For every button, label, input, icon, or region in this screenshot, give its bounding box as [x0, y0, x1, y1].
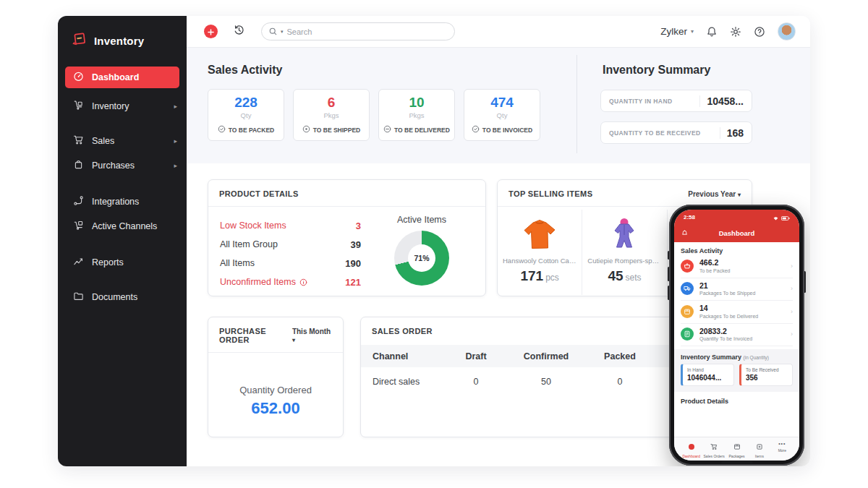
divider: [208, 352, 343, 353]
quantity-to-be-received-row[interactable]: QUANTITY TO BE RECEIVED 168: [600, 121, 752, 144]
phone-inventory-summary: Inventory Summary (in Quantity) In Hand …: [674, 349, 799, 392]
top-selling-title: TOP SELLING ITEMS: [509, 189, 592, 198]
quantity-in-hand-row[interactable]: QUANTITY IN HAND 10458...: [600, 90, 752, 112]
basket-icon: [681, 260, 694, 273]
app-title: Inventory: [94, 35, 144, 47]
truck-icon: [681, 282, 694, 295]
help-icon: [754, 26, 765, 38]
invoice-icon: [681, 328, 694, 341]
phone-row-to-be-shipped: 21Packages To be Shipped ›: [681, 278, 793, 301]
phone-row-to-be-invoiced: 20833.2Quantity To be Invoiced ›: [681, 324, 793, 347]
battery-icon: [781, 210, 790, 223]
submenu-arrow-icon: ▸: [174, 162, 177, 169]
sales-order-title: SALES ORDER: [372, 327, 433, 335]
phone-row-to-be-delivered: 14Packages To be Delivered ›: [681, 301, 793, 324]
org-switcher[interactable]: Zylker ▾: [660, 26, 694, 37]
search-icon: [269, 25, 277, 38]
card-to-be-delivered[interactable]: 10 Pkgs TO BE DELIVERED: [378, 89, 455, 141]
unconfirmed-items-row[interactable]: Unconfirmed Items 121: [220, 273, 361, 291]
card-to-be-packed[interactable]: 228 Qty TO BE PACKED: [208, 89, 284, 141]
sidebar-item-active-channels[interactable]: Active Channels: [58, 215, 187, 237]
all-items-row[interactable]: All Items 190: [220, 254, 361, 273]
phone-status-bar: 2:58: [674, 210, 799, 224]
phone-home-indicator: [721, 461, 753, 463]
chevron-right-icon: ›: [791, 330, 793, 338]
integrations-icon: [73, 195, 84, 208]
overview-strip: Sales Activity 228 Qty TO BE PACKED 6 Pk…: [187, 48, 810, 163]
package-icon: [681, 305, 694, 318]
purchase-order-filter-dropdown[interactable]: This Month ▾: [292, 328, 332, 343]
reports-icon: [73, 256, 84, 269]
topbar-right: Zylker ▾: [660, 22, 796, 40]
phone-screen: 2:58 Dashboard Sales Activity 466.2To be…: [674, 210, 799, 461]
phone-nav-more: ••• More: [771, 440, 793, 455]
purchase-order-title: PURCHASE ORDER: [219, 327, 292, 344]
phone-bottom-nav: Dashboard Sales Orders Packages Items: [674, 437, 799, 461]
topbar: ▾ Zylker ▾: [187, 16, 810, 48]
inventory-icon: [73, 100, 84, 113]
app-logo: Inventory: [58, 16, 187, 50]
settings-button[interactable]: [730, 26, 741, 38]
target-circle-icon: [302, 125, 310, 134]
check-circle-icon: [218, 125, 226, 134]
history-clock-icon: [233, 24, 245, 39]
product-image-romper: [582, 213, 666, 255]
recent-history-button[interactable]: [233, 24, 245, 39]
phone-sales-activity-title: Sales Activity: [681, 247, 793, 254]
sidebar-item-purchases[interactable]: Purchases ▸: [58, 155, 187, 176]
phone-time: 2:58: [684, 214, 695, 221]
sidebar-item-dashboard[interactable]: Dashboard: [65, 67, 179, 88]
inventory-logo-icon: [72, 31, 88, 50]
dashboard-icon: [73, 71, 84, 84]
cart-icon: [73, 134, 84, 147]
purchase-order-panel: PURCHASE ORDER This Month ▾ Quantity Ord…: [208, 317, 344, 437]
notifications-button[interactable]: [706, 26, 718, 38]
info-icon[interactable]: [299, 278, 307, 286]
low-stock-items-row[interactable]: Low Stock Items 3: [220, 216, 361, 235]
submenu-arrow-icon: ▸: [174, 137, 177, 145]
top-selling-filter-dropdown[interactable]: Previous Year ▾: [688, 190, 741, 198]
search-input[interactable]: [287, 27, 447, 36]
inventory-summary-title: Inventory Summary: [603, 64, 710, 77]
bell-icon: [706, 26, 718, 38]
sidebar-item-integrations[interactable]: Integrations: [58, 191, 187, 213]
quick-create-button[interactable]: [204, 25, 218, 38]
chevron-down-icon: ▾: [738, 192, 741, 198]
card-to-be-invoiced[interactable]: 474 Qty TO BE INVOICED: [464, 89, 540, 141]
product-details-title: PRODUCT DETAILS: [219, 189, 299, 198]
quantity-ordered-label: Quantity Ordered: [208, 385, 343, 395]
phone-nav-items: Items: [748, 440, 770, 455]
phone-mockup: 2:58 Dashboard Sales Activity 466.2To be…: [669, 205, 804, 466]
all-item-group-row[interactable]: All Item Group 39: [220, 235, 361, 254]
strip-divider: [576, 55, 577, 153]
phone-nav-dashboard: Dashboard: [680, 440, 702, 455]
chevron-down-icon: ▾: [292, 337, 295, 343]
divider: [208, 206, 485, 207]
quantity-ordered-value: 652.00: [208, 399, 343, 418]
minus-circle-icon: [383, 125, 391, 134]
search-scope-caret-icon[interactable]: ▾: [281, 29, 284, 35]
active-items-donut: 71%: [394, 231, 449, 286]
sidebar-item-inventory[interactable]: Inventory ▸: [58, 95, 187, 117]
inventory-summary-rows: QUANTITY IN HAND 10458... QUANTITY TO BE…: [600, 90, 752, 144]
top-selling-item-2[interactable]: Cutiepie Rompers-spo... 45sets: [582, 210, 667, 295]
plus-icon: [208, 25, 214, 38]
phone-row-to-be-packed: 466.2To be Packed ›: [681, 255, 793, 278]
sidebar-item-reports[interactable]: Reports: [58, 252, 187, 273]
help-button[interactable]: [754, 26, 765, 38]
product-details-panel: PRODUCT DETAILS Low Stock Items 3 All It…: [208, 179, 486, 296]
phone-app-header: Dashboard: [674, 224, 799, 242]
phone-to-be-received-card: To Be Received 356: [739, 364, 793, 386]
card-to-be-shipped[interactable]: 6 Pkgs TO BE SHIPPED: [293, 89, 370, 141]
sidebar-item-documents[interactable]: Documents: [58, 286, 187, 308]
cart-icon: [710, 440, 718, 453]
sidebar: Inventory Dashboard Inventory ▸ Sales ▸ …: [58, 16, 187, 466]
product-image-sweater: [498, 213, 582, 255]
sidebar-item-sales[interactable]: Sales ▸: [58, 130, 187, 152]
user-avatar[interactable]: [778, 22, 796, 40]
phone-header-title: Dashboard: [719, 229, 755, 237]
dashboard-dot-icon: [688, 440, 695, 453]
phone-product-details-title: Product Details: [681, 398, 793, 405]
top-selling-item-1[interactable]: Hanswooly Cotton Cas... 171pcs: [498, 210, 582, 295]
chevron-right-icon: ›: [791, 285, 793, 292]
